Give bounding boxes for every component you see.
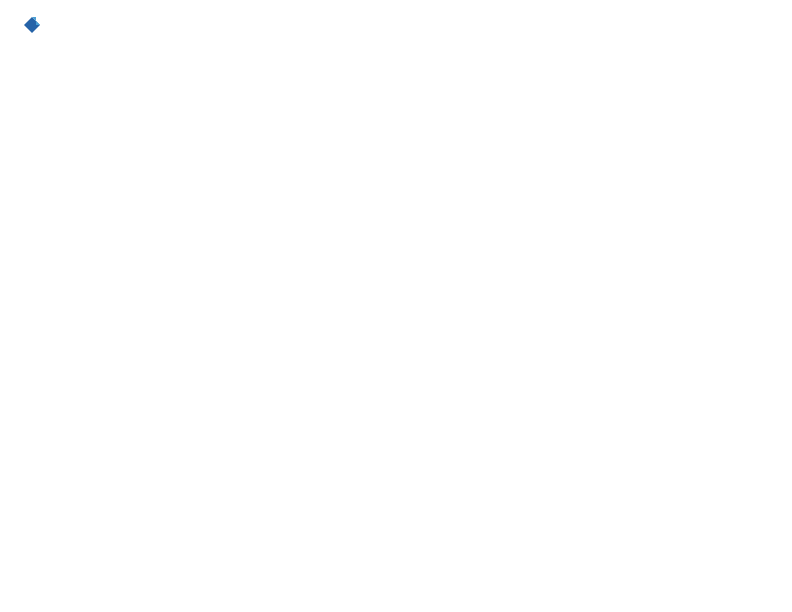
page-header <box>10 10 782 45</box>
logo <box>20 15 42 40</box>
logo-icon <box>22 15 42 35</box>
